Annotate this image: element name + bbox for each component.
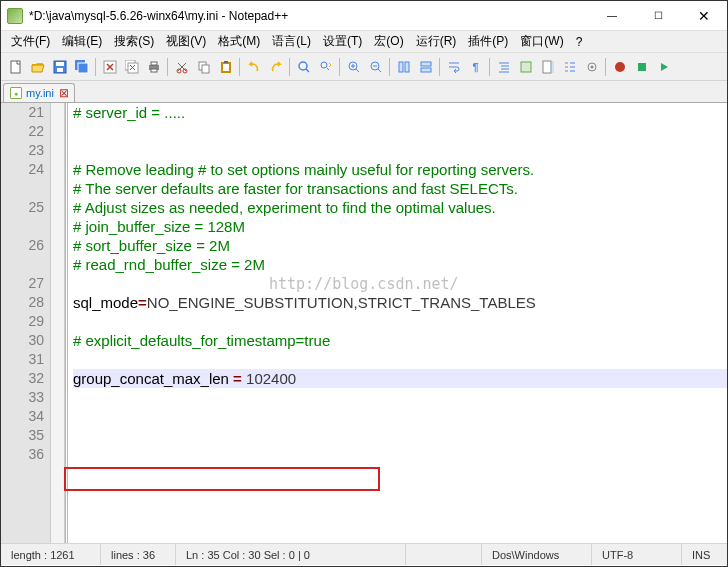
find-icon[interactable]	[293, 56, 314, 77]
print-icon[interactable]	[143, 56, 164, 77]
svg-rect-2	[56, 62, 64, 66]
menu-format[interactable]: 格式(M)	[212, 31, 266, 52]
code-line[interactable]	[73, 141, 727, 160]
sync-h-icon[interactable]	[415, 56, 436, 77]
tab-label: my.ini	[26, 87, 54, 99]
code-line[interactable]	[73, 388, 727, 407]
new-file-icon[interactable]	[5, 56, 26, 77]
func-list-icon[interactable]	[559, 56, 580, 77]
play-macro-icon[interactable]	[653, 56, 674, 77]
indent-guide-icon[interactable]	[493, 56, 514, 77]
code-line[interactable]: # Remove leading # to set options mainly…	[73, 160, 727, 179]
svg-rect-33	[638, 63, 646, 71]
code-line[interactable]: # read_rnd_buffer_size = 2M	[73, 255, 727, 274]
code-line[interactable]: # join_buffer_size = 128M	[73, 217, 727, 236]
wordwrap-icon[interactable]	[443, 56, 464, 77]
menu-macro[interactable]: 宏(O)	[368, 31, 409, 52]
code-line[interactable]: # sort_buffer_size = 2M	[73, 236, 727, 255]
zoom-in-icon[interactable]	[343, 56, 364, 77]
code-line[interactable]: sql_mode=NO_ENGINE_SUBSTITUTION,STRICT_T…	[73, 293, 727, 312]
svg-rect-29	[552, 61, 554, 73]
doc-map-icon[interactable]	[537, 56, 558, 77]
svg-rect-27	[521, 62, 531, 72]
svg-rect-26	[421, 68, 431, 72]
redo-icon[interactable]	[265, 56, 286, 77]
menu-plugins[interactable]: 插件(P)	[462, 31, 514, 52]
code-line[interactable]: # Adjust sizes as needed, experiment to …	[73, 198, 727, 217]
code-line[interactable]: group_concat_max_len = 102400	[73, 369, 727, 388]
menu-search[interactable]: 搜索(S)	[108, 31, 160, 52]
status-lines: lines : 36	[101, 544, 176, 565]
svg-rect-11	[151, 69, 157, 72]
svg-rect-17	[223, 64, 229, 71]
file-icon: ●	[10, 87, 22, 99]
svg-rect-25	[421, 62, 431, 66]
svg-rect-24	[405, 62, 409, 72]
close-button[interactable]: ✕	[681, 1, 727, 31]
menu-lang[interactable]: 语言(L)	[266, 31, 317, 52]
svg-rect-23	[399, 62, 403, 72]
toolbar-separator	[95, 58, 96, 76]
undo-icon[interactable]	[243, 56, 264, 77]
show-all-chars-icon[interactable]: ¶	[465, 56, 486, 77]
folder-workspace-icon[interactable]	[581, 56, 602, 77]
code-line[interactable]	[73, 350, 727, 369]
udl-icon[interactable]	[515, 56, 536, 77]
cut-icon[interactable]	[171, 56, 192, 77]
replace-icon[interactable]	[315, 56, 336, 77]
minimize-button[interactable]: —	[589, 1, 635, 31]
code-line[interactable]	[73, 122, 727, 141]
tabbar: ● my.ini ⊠	[1, 81, 727, 103]
status-position: Ln : 35 Col : 30 Sel : 0 | 0	[176, 544, 406, 565]
toolbar-separator	[239, 58, 240, 76]
open-file-icon[interactable]	[27, 56, 48, 77]
svg-rect-5	[78, 63, 88, 73]
menu-window[interactable]: 窗口(W)	[514, 31, 569, 52]
save-all-icon[interactable]	[71, 56, 92, 77]
code-line[interactable]: # The server defaults are faster for tra…	[73, 179, 727, 198]
toolbar-separator	[167, 58, 168, 76]
editor[interactable]: 21222324252627282930313233343536 http://…	[1, 103, 727, 543]
status-eol[interactable]: Dos\Windows	[482, 544, 592, 565]
save-icon[interactable]	[49, 56, 70, 77]
sync-v-icon[interactable]	[393, 56, 414, 77]
code-line[interactable]	[73, 312, 727, 331]
close-all-icon[interactable]	[121, 56, 142, 77]
close-file-icon[interactable]	[99, 56, 120, 77]
menubar: 文件(F) 编辑(E) 搜索(S) 视图(V) 格式(M) 语言(L) 设置(T…	[1, 31, 727, 53]
menu-edit[interactable]: 编辑(E)	[56, 31, 108, 52]
copy-icon[interactable]	[193, 56, 214, 77]
menu-settings[interactable]: 设置(T)	[317, 31, 368, 52]
code-line[interactable]: # explicit_defaults_for_timestamp=true	[73, 331, 727, 350]
svg-rect-0	[11, 61, 20, 73]
zoom-out-icon[interactable]	[365, 56, 386, 77]
status-mode[interactable]: INS	[682, 544, 727, 565]
svg-rect-3	[57, 68, 63, 72]
toolbar-separator	[439, 58, 440, 76]
menu-file[interactable]: 文件(F)	[5, 31, 56, 52]
paste-icon[interactable]	[215, 56, 236, 77]
code-line[interactable]	[73, 274, 727, 293]
status-length: length : 1261	[1, 544, 101, 565]
record-macro-icon[interactable]	[609, 56, 630, 77]
menu-view[interactable]: 视图(V)	[160, 31, 212, 52]
highlight-box	[64, 467, 380, 491]
svg-point-20	[321, 62, 327, 68]
svg-rect-28	[543, 61, 551, 73]
toolbar-separator	[489, 58, 490, 76]
toolbar-separator	[389, 58, 390, 76]
code-line[interactable]: # server_id = .....	[73, 103, 727, 122]
file-tab[interactable]: ● my.ini ⊠	[3, 83, 75, 102]
toolbar-separator	[339, 58, 340, 76]
svg-rect-15	[202, 65, 209, 73]
menu-help[interactable]: ?	[570, 33, 589, 51]
svg-point-31	[590, 65, 593, 68]
svg-rect-10	[151, 62, 157, 65]
toolbar-separator	[605, 58, 606, 76]
stop-macro-icon[interactable]	[631, 56, 652, 77]
menu-run[interactable]: 运行(R)	[410, 31, 463, 52]
tab-close-icon[interactable]: ⊠	[58, 86, 70, 100]
status-encoding[interactable]: UTF-8	[592, 544, 682, 565]
svg-point-19	[299, 62, 307, 70]
maximize-button[interactable]: ☐	[635, 1, 681, 31]
